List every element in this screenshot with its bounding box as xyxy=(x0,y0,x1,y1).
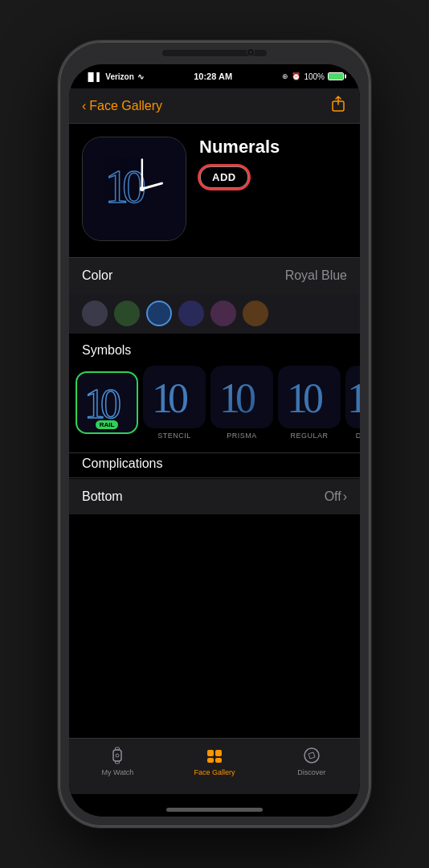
bottom-row[interactable]: Bottom Off › xyxy=(69,479,360,514)
battery-icon xyxy=(328,72,344,80)
watch-face-preview[interactable]: 1 0 xyxy=(82,137,186,241)
watch-face-info: Numerals ADD xyxy=(199,137,347,189)
swatch-4[interactable] xyxy=(178,301,204,326)
battery-percent: 100% xyxy=(304,72,325,81)
regular-numeral-svg: 10 xyxy=(285,377,333,417)
phone-screen: ▐▌▌ Verizon ∿ 10:28 AM ⊕ ⏰ 100% ‹ Face G… xyxy=(69,64,360,817)
back-button[interactable]: ‹ Face Gallery xyxy=(82,99,162,113)
svg-text:10: 10 xyxy=(152,377,188,417)
discover-icon xyxy=(301,745,322,766)
volume-down-button xyxy=(58,227,59,271)
stencil-numeral-svg: 10 xyxy=(150,377,198,417)
svg-rect-19 xyxy=(215,758,222,763)
color-row[interactable]: Color Royal Blue xyxy=(69,258,360,293)
swatch-1[interactable] xyxy=(82,301,108,326)
face-gallery-icon xyxy=(204,745,225,766)
symbol-stencil[interactable]: 10 STENCIL xyxy=(143,366,206,440)
status-carrier: ▐▌▌ Verizon ∿ xyxy=(85,72,144,81)
bottom-value: Off › xyxy=(325,489,347,504)
regular-name: REGULAR xyxy=(290,432,328,440)
my-watch-icon xyxy=(107,745,128,766)
swatch-5[interactable] xyxy=(210,301,236,326)
chevron-left-icon: ‹ xyxy=(82,99,86,113)
svg-point-13 xyxy=(116,754,119,757)
svg-rect-15 xyxy=(116,761,120,764)
alarm-icon: ⏰ xyxy=(292,72,300,80)
divider-4 xyxy=(69,477,360,478)
discover-label: Discover xyxy=(297,768,325,776)
svg-rect-16 xyxy=(207,750,214,756)
face-gallery-label: Face Gallery xyxy=(194,768,235,776)
rail-numeral-svg: 10 xyxy=(83,383,131,423)
my-watch-label: My Watch xyxy=(102,768,134,776)
swatch-6[interactable] xyxy=(243,301,268,326)
color-value: Royal Blue xyxy=(285,268,347,283)
tab-my-watch[interactable]: My Watch xyxy=(69,745,166,776)
prisma-name: PRISMA xyxy=(227,432,257,440)
svg-point-6 xyxy=(140,186,145,191)
phone-frame: ▐▌▌ Verizon ∿ 10:28 AM ⊕ ⏰ 100% ‹ Face G… xyxy=(58,40,371,828)
location-icon: ⊕ xyxy=(282,72,288,80)
symbol-stencil-preview: 10 xyxy=(143,366,206,428)
watch-face-svg: 1 0 xyxy=(83,137,186,240)
home-indicator-area xyxy=(69,794,360,817)
svg-text:10: 10 xyxy=(84,383,121,423)
mute-button xyxy=(58,138,59,162)
signal-bars-icon: ▐▌▌ xyxy=(85,72,102,81)
color-swatches xyxy=(69,293,360,334)
rail-badge: RAIL xyxy=(96,420,119,429)
symbol-regular-preview: 10 xyxy=(278,366,341,428)
home-indicator xyxy=(166,808,263,812)
symbols-row: 10 RAIL 10 STENCIL xyxy=(69,366,360,452)
svg-rect-12 xyxy=(113,750,121,761)
share-button[interactable] xyxy=(329,95,347,117)
symbols-label: Symbols xyxy=(69,334,360,366)
watch-face-name: Numerals xyxy=(199,137,347,158)
do-numeral-svg: 1 xyxy=(345,377,360,417)
prisma-numeral-svg: 10 xyxy=(218,377,266,417)
power-button xyxy=(370,174,371,239)
svg-text:1: 1 xyxy=(347,377,360,417)
tab-face-gallery[interactable]: Face Gallery xyxy=(166,745,264,776)
symbol-do-preview: 1 xyxy=(345,366,360,428)
navigation-bar: ‹ Face Gallery xyxy=(69,88,360,124)
svg-rect-17 xyxy=(215,750,222,756)
do-name: DO xyxy=(356,432,360,440)
watch-face-section: 1 0 Numerals ADD xyxy=(69,124,360,257)
front-camera xyxy=(247,48,255,56)
color-label: Color xyxy=(82,268,112,283)
bottom-value-text: Off xyxy=(325,489,341,504)
svg-marker-21 xyxy=(308,752,315,759)
svg-point-20 xyxy=(304,748,319,763)
symbol-prisma[interactable]: 10 PRISMA xyxy=(210,366,273,440)
carrier-name: Verizon xyxy=(105,72,134,81)
tab-discover[interactable]: Discover xyxy=(263,745,360,776)
back-label: Face Gallery xyxy=(89,99,162,113)
symbol-rail-preview: 10 RAIL xyxy=(76,371,138,434)
status-bar: ▐▌▌ Verizon ∿ 10:28 AM ⊕ ⏰ 100% xyxy=(69,64,360,88)
symbol-do[interactable]: 1 DO xyxy=(345,366,360,440)
main-content: 1 0 Numerals ADD xyxy=(69,124,360,738)
svg-text:10: 10 xyxy=(219,377,255,417)
tab-bar: My Watch Face Gallery xyxy=(69,738,360,794)
chevron-right-icon: › xyxy=(343,489,347,504)
swatch-2[interactable] xyxy=(114,301,140,326)
swatch-3[interactable] xyxy=(146,301,172,326)
symbol-prisma-preview: 10 xyxy=(210,366,273,428)
complications-label: Complications xyxy=(69,453,360,477)
svg-rect-18 xyxy=(207,758,214,763)
wifi-icon: ∿ xyxy=(137,72,144,81)
status-indicators: ⊕ ⏰ 100% xyxy=(282,72,344,81)
status-time: 10:28 AM xyxy=(194,72,232,81)
add-button[interactable]: ADD xyxy=(199,166,249,189)
svg-text:10: 10 xyxy=(287,377,323,417)
svg-rect-14 xyxy=(116,747,120,750)
symbol-rail[interactable]: 10 RAIL xyxy=(76,371,138,434)
stencil-name: STENCIL xyxy=(157,432,191,440)
symbol-regular[interactable]: 10 REGULAR xyxy=(278,366,341,440)
volume-up-button xyxy=(58,174,59,219)
bottom-label: Bottom xyxy=(82,489,123,504)
